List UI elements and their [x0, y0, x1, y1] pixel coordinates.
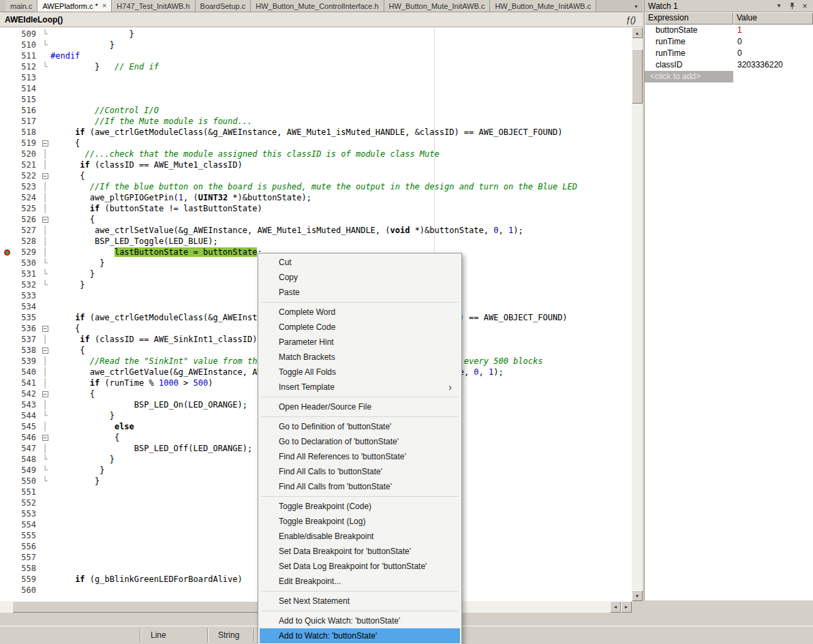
breakpoint-gutter[interactable] [0, 345, 14, 356]
menu-item-complete-word[interactable]: Complete Word [260, 305, 460, 320]
breakpoint-gutter[interactable] [0, 378, 14, 388]
breakpoint-gutter[interactable] [0, 399, 14, 410]
breakpoint-gutter[interactable] [0, 312, 14, 323]
scroll-up-button[interactable]: ▲ [632, 27, 643, 38]
breakpoint-gutter[interactable] [0, 203, 14, 214]
breakpoint-gutter[interactable] [0, 192, 14, 203]
watch-row[interactable]: buttonState1 [645, 25, 813, 36]
breakpoint-gutter[interactable] [0, 138, 14, 149]
fold-collapse-icon[interactable]: − [42, 348, 48, 354]
menu-item-toggle-breakpoint-code[interactable]: Toggle Breakpoint (Code) [260, 499, 460, 514]
tab-aweplatform-c[interactable]: AWEPlatform.c *× [37, 0, 112, 12]
breakpoint-gutter[interactable] [0, 356, 14, 367]
watch-add-row[interactable]: <click to add> [645, 71, 733, 82]
fold-collapse-icon[interactable]: − [42, 326, 48, 332]
menu-item-set-next-statement[interactable]: Set Next Statement [260, 594, 460, 609]
menu-item-edit-breakpoint[interactable]: Edit Breakpoint... [260, 574, 460, 589]
breakpoint-gutter[interactable] [0, 530, 14, 541]
breakpoint-gutter[interactable] [0, 454, 14, 465]
fold-collapse-icon[interactable]: − [42, 173, 48, 179]
breakpoint-gutter[interactable] [0, 214, 14, 225]
menu-item-complete-code[interactable]: Complete Code [260, 320, 460, 335]
tab-hw-button-mute-initawb-c[interactable]: HW_Button_Mute_InitAWB.c [490, 0, 596, 12]
breakpoint-gutter[interactable] [0, 116, 14, 127]
fold-gutter[interactable]: − [40, 345, 50, 356]
tab-overflow-button[interactable]: ▼ [631, 1, 641, 11]
breakpoint-gutter[interactable] [0, 149, 14, 159]
breakpoint-gutter[interactable] [0, 443, 14, 454]
watch-row[interactable]: runTime0 [645, 48, 813, 59]
breakpoint-gutter[interactable] [0, 40, 14, 50]
breakpoint-gutter[interactable] [0, 61, 14, 72]
column-header-expression[interactable]: Expression [645, 12, 733, 25]
menu-item-enable-disable-breakpoint[interactable]: Enable/disable Breakpoint [260, 529, 460, 544]
fold-gutter[interactable]: − [40, 138, 50, 149]
breakpoint-gutter[interactable] [0, 476, 14, 487]
breakpoint-marker[interactable] [0, 247, 14, 258]
column-header-value[interactable]: Value [733, 12, 813, 25]
watch-row[interactable]: runTime0 [645, 36, 813, 48]
breakpoint-gutter[interactable] [0, 127, 14, 138]
watch-expression[interactable]: runTime [645, 48, 733, 59]
breakpoint-gutter[interactable] [0, 269, 14, 279]
breakpoint-gutter[interactable] [0, 181, 14, 192]
watch-expression[interactable]: classID [645, 59, 733, 71]
watch-close-button[interactable]: × [800, 1, 810, 11]
menu-item-go-to-declaration-of-buttonstate[interactable]: Go to Declaration of 'buttonState' [260, 434, 460, 449]
breakpoint-gutter[interactable] [0, 552, 14, 563]
watch-expression[interactable]: runTime [645, 36, 733, 48]
breakpoint-gutter[interactable] [0, 170, 14, 181]
breakpoint-gutter[interactable] [0, 50, 14, 61]
breakpoint-gutter[interactable] [0, 465, 14, 476]
fold-gutter[interactable]: − [40, 432, 50, 443]
breakpoint-gutter[interactable] [0, 508, 14, 519]
breakpoint-gutter[interactable] [0, 225, 14, 236]
menu-item-set-data-log-breakpoint-for-buttonstate[interactable]: Set Data Log Breakpoint for 'buttonState… [260, 559, 460, 574]
breakpoint-gutter[interactable] [0, 94, 14, 105]
breakpoint-gutter[interactable] [0, 487, 14, 497]
menu-item-set-data-breakpoint-for-buttonstate[interactable]: Set Data Breakpoint for 'buttonState' [260, 544, 460, 559]
breakpoint-gutter[interactable] [0, 388, 14, 399]
menu-item-cut[interactable]: Cut [260, 255, 460, 270]
breakpoint-gutter[interactable] [0, 367, 14, 378]
menu-item-add-to-watch-buttonstate[interactable]: Add to Watch: 'buttonState' [260, 628, 460, 643]
tab-close-icon[interactable]: × [102, 2, 106, 10]
fold-collapse-icon[interactable]: − [42, 391, 48, 397]
breakpoint-gutter[interactable] [0, 159, 14, 170]
fold-gutter[interactable]: − [40, 388, 50, 399]
breakpoint-gutter[interactable] [0, 432, 14, 443]
fold-collapse-icon[interactable]: − [42, 217, 48, 223]
fold-gutter[interactable]: − [40, 170, 50, 181]
menu-item-open-header-source-file[interactable]: Open Header/Source File [260, 399, 460, 414]
breakpoint-gutter[interactable] [0, 29, 14, 40]
breakpoint-gutter[interactable] [0, 563, 14, 574]
menu-item-find-all-calls-from-buttonstate[interactable]: Find All Calls from 'buttonState' [260, 479, 460, 494]
breakpoint-gutter[interactable] [0, 290, 14, 301]
fold-collapse-icon[interactable]: − [42, 435, 48, 441]
breakpoint-gutter[interactable] [0, 236, 14, 247]
fold-gutter[interactable]: − [40, 323, 50, 334]
tab-hw-button-mute-initawb-c[interactable]: HW_Button_Mute_InitAWB.c [384, 0, 491, 12]
breakpoint-gutter[interactable] [0, 301, 14, 312]
breakpoint-gutter[interactable] [0, 258, 14, 269]
menu-item-toggle-breakpoint-log[interactable]: Toggle Breakpoint (Log) [260, 514, 460, 529]
vertical-scrollbar[interactable]: ▲ ▼ [632, 27, 643, 601]
watch-row[interactable]: classID3203336220 [645, 59, 813, 71]
menu-item-copy[interactable]: Copy [260, 270, 460, 285]
breakpoint-gutter[interactable] [0, 410, 14, 421]
watch-expression[interactable]: buttonState [645, 25, 733, 36]
scroll-down-button[interactable]: ▼ [632, 590, 643, 601]
menu-item-toggle-all-folds[interactable]: Toggle All Folds [260, 365, 460, 380]
breakpoint-gutter[interactable] [0, 334, 14, 345]
menu-item-match-brackets[interactable]: Match Brackets [260, 350, 460, 365]
menu-item-add-to-quick-watch-buttonstate[interactable]: Add to Quick Watch: 'buttonState' [260, 613, 460, 628]
breakpoint-gutter[interactable] [0, 105, 14, 116]
scroll-left-button[interactable]: ◄ [610, 601, 621, 613]
breakpoint-gutter[interactable] [0, 72, 14, 83]
tab-hw-button-mute-controlinterface-h[interactable]: HW_Button_Mute_ControlInterface.h [251, 0, 384, 12]
fold-collapse-icon[interactable]: − [42, 140, 48, 147]
menu-item-find-all-references-to-buttonstate[interactable]: Find All References to 'buttonState' [260, 449, 460, 464]
breakpoint-gutter[interactable] [0, 279, 14, 290]
breakpoint-gutter[interactable] [0, 497, 14, 508]
breakpoint-gutter[interactable] [0, 574, 14, 585]
